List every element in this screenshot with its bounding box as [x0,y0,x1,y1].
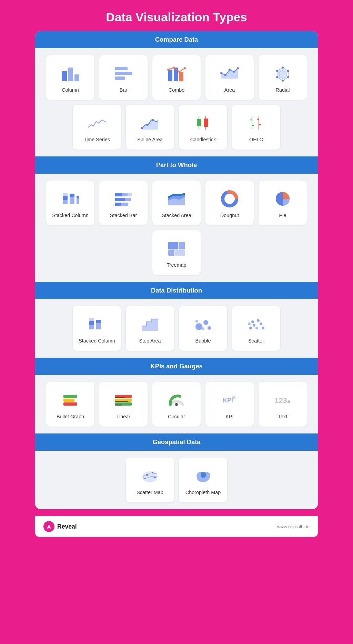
section-body-kpis-gauges: Bullet Graph Linear [35,375,318,433]
svg-rect-3 [115,67,128,70]
ohlc-icon [245,112,267,134]
chart-item-combo[interactable]: Combo [152,55,201,100]
scatter-icon [245,313,267,335]
time-series-label: Time Series [84,137,110,142]
chart-item-kpi[interactable]: KPI % KPI [205,382,254,427]
chart-item-stacked-column-dist[interactable]: Stacked Column [73,306,121,351]
svg-rect-86 [63,399,74,402]
dougnut-label: Dougnut [220,213,239,218]
chart-item-column[interactable]: Column [46,55,94,100]
combo-icon [165,62,188,84]
spline-area-icon [139,112,161,134]
svg-rect-6 [168,70,172,81]
pie-icon [272,188,294,210]
chart-item-stacked-column[interactable]: Stacked Column [46,181,94,225]
svg-rect-63 [179,242,185,249]
svg-point-76 [195,320,198,323]
candlestick-icon [192,112,214,134]
chart-item-area[interactable]: Area [205,55,254,100]
bar-label: Bar [120,87,127,93]
svg-rect-54 [121,203,128,206]
svg-point-27 [276,70,278,72]
chart-grid-kpis: Bullet Graph Linear [43,382,310,427]
section-body-part-to-whole: Stacked Column Sta [35,174,318,282]
svg-rect-53 [115,203,121,206]
svg-rect-1 [68,68,73,81]
chart-item-scatter-map[interactable]: Scatter Map [126,458,174,502]
svg-rect-92 [115,401,128,402]
kpi-label: KPI [225,414,233,419]
stacked-column-icon [59,188,81,210]
svg-point-60 [225,195,234,203]
combo-label: Combo [169,87,184,93]
svg-text:KPI: KPI [223,397,233,404]
bullet-graph-icon [59,389,81,411]
candlestick-label: Candlestick [190,137,216,142]
svg-point-14 [220,72,222,74]
scatter-label: Scatter [248,338,264,344]
chart-item-circular[interactable]: Circular [152,382,201,427]
chart-item-stacked-area[interactable]: Stacked Area [152,181,201,225]
footer-brand: Reveal [57,523,77,530]
svg-rect-52 [125,198,131,201]
svg-marker-21 [278,69,288,79]
chart-item-spline-area[interactable]: Spline Area [126,105,174,150]
svg-point-101 [152,472,153,473]
chart-item-step-area[interactable]: Step Area [126,306,174,351]
svg-rect-69 [96,323,101,329]
area-icon [219,62,241,84]
svg-point-22 [282,67,284,69]
chart-item-choropleth-map[interactable]: Choropleth Map [179,458,227,502]
svg-point-23 [287,70,289,72]
svg-rect-2 [74,74,79,81]
bubble-label: Bubble [195,338,211,344]
kpi-icon: KPI % [219,389,241,411]
svg-point-10 [173,67,175,69]
svg-rect-50 [128,193,132,196]
chart-item-bullet-graph[interactable]: Bullet Graph [46,382,94,427]
chart-item-time-series[interactable]: Time Series [73,105,121,150]
section-header-data-distribution: Data Distribution [35,282,318,299]
chart-item-pie[interactable]: Pie [259,181,307,225]
chart-item-dougnut[interactable]: Dougnut [205,181,254,225]
reveal-logo-icon [43,521,54,532]
svg-rect-70 [96,320,101,323]
chart-item-stacked-bar[interactable]: Stacked Bar [99,181,148,225]
svg-point-98 [288,400,290,403]
area-label: Area [224,87,235,93]
spline-area-label: Spline Area [137,137,163,142]
radial-label: Radial [276,87,290,93]
chart-item-ohlc[interactable]: OHLC [232,105,280,150]
chart-item-candlestick[interactable]: Candlestick [179,105,227,150]
dougnut-icon [219,188,241,210]
bubble-icon [192,313,214,335]
main-card: Compare Data Column [35,31,318,509]
svg-point-24 [287,76,289,78]
chart-grid-geospatial: Scatter Map Choropleth Map [43,458,310,502]
svg-point-73 [203,320,208,325]
bar-icon [112,62,134,84]
column-label: Column [62,87,79,93]
chart-grid-compare: Column Bar [43,55,310,150]
section-compare-data: Compare Data Column [35,31,318,156]
svg-rect-0 [62,71,67,81]
chart-item-bar[interactable]: Bar [99,55,148,100]
svg-point-25 [282,80,284,82]
chart-item-scatter[interactable]: Scatter [232,306,280,351]
svg-point-11 [178,71,180,73]
bullet-graph-label: Bullet Graph [57,414,84,419]
svg-point-84 [248,323,251,325]
svg-rect-46 [77,198,79,204]
chart-item-text[interactable]: 123 Text [259,382,307,427]
chart-item-treemap[interactable]: Treemap [152,230,201,275]
svg-rect-5 [115,76,125,80]
chart-item-bubble[interactable]: Bubble [179,306,227,351]
svg-rect-34 [204,119,208,127]
svg-rect-49 [122,193,128,196]
chart-item-radial[interactable]: Radial [259,55,307,100]
svg-rect-45 [70,194,74,197]
svg-point-102 [154,477,156,479]
footer: Reveal www.revealbi.io [35,516,318,537]
chart-item-linear[interactable]: Linear [99,382,148,427]
svg-rect-87 [63,402,77,406]
